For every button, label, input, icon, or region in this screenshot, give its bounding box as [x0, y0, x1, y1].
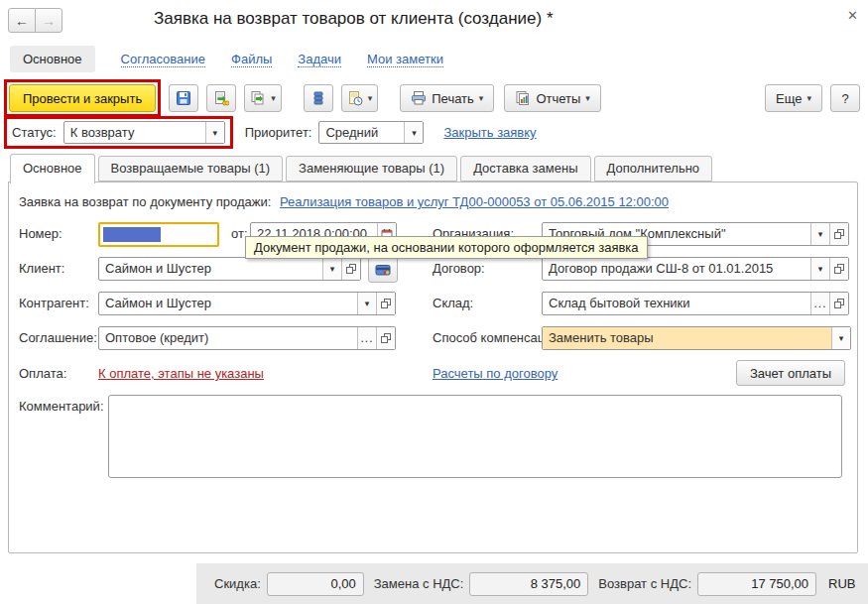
contract-label: Договор:: [433, 257, 485, 281]
client-dropdown-button[interactable]: ▾: [322, 258, 341, 280]
main-form-panel: Заявка на возврат по документу продажи: …: [8, 181, 858, 553]
help-label: ?: [841, 91, 848, 106]
nav-item-tasks[interactable]: Задачи: [298, 52, 341, 67]
nav-item-files[interactable]: Файлы: [231, 52, 272, 67]
discount-label: Скидка:: [214, 576, 261, 591]
forward-button[interactable]: →: [35, 8, 62, 33]
payment-label: Оплата:: [19, 362, 66, 386]
forward-arrow-icon: →: [42, 13, 56, 29]
dropdown-caret-icon: ▾: [806, 94, 811, 103]
counterparty-value: Саймон и Шустер: [99, 293, 357, 314]
tab-additional[interactable]: Дополнительно: [594, 156, 713, 181]
tab-replacement-delivery[interactable]: Доставка замены: [460, 156, 590, 181]
client-open-button[interactable]: [341, 258, 360, 280]
contract-field[interactable]: Договор продажи СШ-8 от 01.01.2015 ▾: [542, 257, 849, 281]
base-document-label: Заявка на возврат по документу продажи:: [19, 194, 271, 209]
form-tabs: Основное Возвращаемые товары (1) Заменяю…: [10, 154, 715, 183]
status-select[interactable]: К возврату ▾: [63, 121, 225, 144]
reports-button[interactable]: Отчеты ▾: [504, 84, 600, 112]
number-field[interactable]: [98, 222, 219, 247]
return-vat-label: Возврат с НДС:: [598, 576, 691, 591]
payment-stages-link[interactable]: К оплате, этапы не указаны: [98, 366, 264, 381]
more-label: Еще: [776, 91, 802, 106]
compensation-field[interactable]: Заменить товары ▾: [542, 326, 851, 350]
chevron-down-icon: ▾: [330, 264, 335, 274]
page-title: Заявка на возврат товаров от клиента (со…: [154, 9, 554, 29]
contract-open-button[interactable]: [829, 258, 848, 280]
register-list-icon: [310, 90, 326, 106]
nav-item-approval[interactable]: Согласование: [121, 52, 205, 67]
agreement-open-button[interactable]: [376, 327, 395, 349]
priority-select[interactable]: Средний ▾: [318, 121, 424, 144]
open-icon: [345, 263, 357, 275]
agreement-label: Соглашение:: [19, 326, 97, 350]
currency-label: RUB: [828, 576, 855, 591]
priority-label: Приоритет:: [245, 125, 312, 140]
chevron-down-icon: ▾: [818, 264, 823, 274]
close-request-link[interactable]: Закрыть заявку: [443, 125, 536, 140]
tab-replacement-goods[interactable]: Заменяющие товары (1): [286, 156, 457, 181]
open-icon: [380, 332, 392, 344]
chevron-down-icon: ▾: [365, 299, 370, 308]
open-icon: [380, 298, 392, 309]
register-records-button[interactable]: [304, 84, 333, 112]
replacement-vat-label: Замена с НДС:: [374, 576, 464, 591]
history-nav-group: ← →: [8, 8, 62, 33]
status-dropdown-button[interactable]: ▾: [205, 122, 224, 143]
counterparty-field[interactable]: Саймон и Шустер ▾: [98, 292, 396, 315]
open-icon: [833, 263, 845, 275]
dropdown-caret-icon: ▾: [368, 94, 373, 103]
nav-item-main[interactable]: Основное: [10, 46, 95, 72]
more-button[interactable]: Еще ▾: [765, 84, 822, 112]
warehouse-field[interactable]: Склад бытовой техники ...: [542, 292, 849, 315]
print-button[interactable]: Печать ▾: [400, 84, 494, 112]
compensation-dropdown-button[interactable]: ▾: [831, 327, 850, 349]
tab-returned-goods[interactable]: Возвращаемые товары (1): [98, 156, 283, 181]
priority-dropdown-button[interactable]: ▾: [404, 122, 423, 143]
warehouse-select-button[interactable]: ...: [810, 293, 829, 314]
ellipsis-icon: ...: [813, 297, 826, 310]
totals-footer: Скидка: 0,00 Замена с НДС: 8 375,00 Возв…: [196, 563, 868, 604]
organization-dropdown-button[interactable]: ▾: [810, 223, 829, 245]
status-value: К возврату: [64, 122, 205, 143]
warehouse-open-button[interactable]: [829, 293, 848, 314]
organization-open-button[interactable]: [829, 223, 848, 245]
warehouse-value: Склад бытовой техники: [543, 293, 810, 314]
save-button[interactable]: [169, 84, 198, 112]
reports-label: Отчеты: [536, 91, 580, 106]
post-and-close-button[interactable]: Провести и закрыть: [9, 84, 156, 112]
counterparty-dropdown-button[interactable]: ▾: [357, 293, 376, 314]
contract-value: Договор продажи СШ-8 от 01.01.2015: [543, 258, 810, 280]
counterparty-open-button[interactable]: [376, 293, 395, 314]
back-button[interactable]: ←: [8, 8, 36, 33]
post-document-button[interactable]: [206, 84, 236, 112]
agreement-select-button[interactable]: ...: [357, 327, 376, 349]
help-button[interactable]: ?: [830, 84, 860, 112]
dropdown-caret-icon: ▾: [271, 94, 276, 103]
report-chart-icon: [515, 90, 531, 106]
chevron-down-icon: ▾: [818, 229, 823, 239]
close-button[interactable]: ✕: [847, 8, 858, 23]
contract-dropdown-button[interactable]: ▾: [810, 258, 829, 280]
close-icon: ✕: [847, 8, 858, 23]
base-document-row: Заявка на возврат по документу продажи: …: [19, 194, 669, 209]
toolbar: Провести и закрыть ▾: [4, 79, 860, 117]
annotation-box-status: Статус: К возврату ▾: [4, 116, 233, 149]
dropdown-caret-icon: ▾: [585, 94, 590, 103]
comment-textarea[interactable]: [108, 395, 842, 478]
open-icon: [833, 228, 845, 240]
payment-offset-button[interactable]: Зачет оплаты: [736, 360, 845, 386]
document-journal-button[interactable]: ▾: [341, 84, 379, 112]
chevron-down-icon: ▾: [839, 333, 844, 343]
settlements-link[interactable]: Расчеты по договору: [433, 366, 558, 381]
client-card-button[interactable]: [368, 257, 398, 283]
create-based-on-button[interactable]: ▾: [244, 84, 282, 112]
return-vat-value: 17 750,00: [697, 572, 816, 596]
agreement-value: Оптовое (кредит): [99, 327, 357, 349]
base-document-link[interactable]: Реализация товаров и услуг ТД00-000053 о…: [280, 194, 669, 209]
client-field[interactable]: Саймон и Шустер ▾: [98, 257, 361, 281]
nav-item-notes[interactable]: Мои заметки: [367, 52, 443, 67]
agreement-field[interactable]: Оптовое (кредит) ...: [98, 326, 396, 350]
printer-icon: [411, 90, 427, 106]
tab-main[interactable]: Основное: [10, 154, 95, 183]
